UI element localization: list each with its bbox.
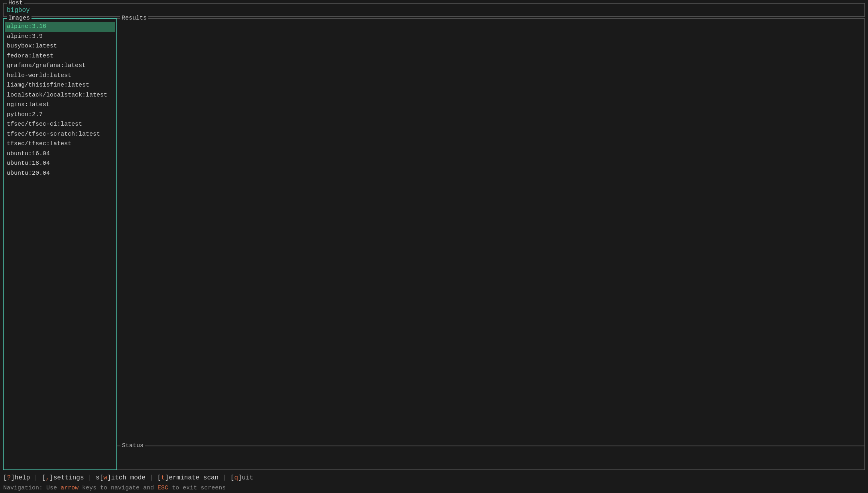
status-panel: Status xyxy=(117,446,865,470)
image-item[interactable]: hello-world:latest xyxy=(5,71,115,81)
shortcut-bracket: ] xyxy=(238,474,242,481)
shortcut-help[interactable]: [?] help xyxy=(3,474,30,481)
image-item[interactable]: fedora:latest xyxy=(5,51,115,61)
nav-esc: ESC xyxy=(157,485,168,491)
footer-shortcuts: [?] help | [,] settings | s[w]itch mode … xyxy=(3,474,865,481)
shortcut-key: ? xyxy=(7,474,11,481)
image-item[interactable]: ubuntu:16.04 xyxy=(5,149,115,159)
main-panels: Images alpine:3.16alpine:3.9busybox:late… xyxy=(3,18,865,470)
nav-space xyxy=(154,485,157,491)
shortcut-quit[interactable]: [q]uit xyxy=(230,474,254,481)
image-item[interactable]: liamg/thisisfine:latest xyxy=(5,81,115,91)
shortcut-separator: | xyxy=(222,474,226,481)
nav-middle: keys to navigate xyxy=(79,485,143,491)
image-item[interactable]: tfsec/tfsec-scratch:latest xyxy=(5,130,115,140)
shortcut-separator: | xyxy=(34,474,38,481)
results-label: Results xyxy=(120,15,148,22)
image-item[interactable]: busybox:latest xyxy=(5,41,115,51)
right-column: Results Status xyxy=(117,18,865,470)
shortcut-bracket: [ xyxy=(157,474,161,481)
nav-and: and xyxy=(143,485,154,491)
shortcut-text: settings xyxy=(53,474,84,481)
shortcut-terminate[interactable]: [t]erminate scan xyxy=(157,474,219,481)
image-item[interactable]: grafana/grafana:latest xyxy=(5,61,115,71)
image-item[interactable]: nginx:latest xyxy=(5,100,115,110)
shortcut-bracket: [ xyxy=(230,474,234,481)
shortcut-bracket: ] xyxy=(107,474,111,481)
shortcut-text: help xyxy=(15,474,30,481)
images-list[interactable]: alpine:3.16alpine:3.9busybox:latestfedor… xyxy=(4,19,116,469)
shortcut-bracket: [ xyxy=(3,474,7,481)
shortcut-bracket: ] xyxy=(49,474,53,481)
image-item[interactable]: ubuntu:20.04 xyxy=(5,169,115,179)
host-value: bigboy xyxy=(7,7,861,14)
image-item[interactable]: alpine:3.9 xyxy=(5,32,115,42)
status-label: Status xyxy=(120,442,145,449)
shortcut-bracket: [ xyxy=(42,474,46,481)
nav-suffix: exit screens xyxy=(179,485,226,491)
nav-space2 xyxy=(168,485,172,491)
shortcut-key: , xyxy=(45,474,49,481)
shortcut-key: t xyxy=(161,474,165,481)
status-content xyxy=(117,446,864,453)
footer-bar: [?] help | [,] settings | s[w]itch mode … xyxy=(0,470,868,493)
image-item[interactable]: tfsec/tfsec-ci:latest xyxy=(5,120,115,130)
results-panel: Results xyxy=(117,18,865,446)
shortcut-text: uit xyxy=(242,474,254,481)
shortcut-text: erminate scan xyxy=(169,474,218,481)
nav-arrow: arrow xyxy=(61,485,79,491)
shortcut-settings[interactable]: [,] settings xyxy=(42,474,84,481)
host-label: Host xyxy=(7,0,24,6)
navigation-hint: Navigation: Use arrow keys to navigate a… xyxy=(3,485,865,491)
shortcut-bracket: ] xyxy=(165,474,169,481)
nav-prefix: Navigation: Use xyxy=(3,485,61,491)
shortcut-separator: | xyxy=(150,474,154,481)
image-item[interactable]: python:2.7 xyxy=(5,110,115,120)
image-item[interactable]: tfsec/tfsec:latest xyxy=(5,139,115,149)
shortcut-bracket: ] xyxy=(11,474,15,481)
image-item[interactable]: ubuntu:18.04 xyxy=(5,159,115,169)
image-item[interactable]: alpine:3.16 xyxy=(5,22,115,32)
shortcut-key: w xyxy=(103,474,107,481)
shortcut-separator: | xyxy=(88,474,92,481)
results-content xyxy=(117,19,864,446)
nav-to: to xyxy=(172,485,179,491)
shortcut-text: itch mode xyxy=(111,474,146,481)
images-label: Images xyxy=(7,15,31,22)
shortcut-key: q xyxy=(234,474,238,481)
shortcut-switch[interactable]: s[w]itch mode xyxy=(96,474,146,481)
image-item[interactable]: localstack/localstack:latest xyxy=(5,91,115,101)
images-panel: Images alpine:3.16alpine:3.9busybox:late… xyxy=(3,18,117,470)
shortcut-bracket: s[ xyxy=(96,474,103,481)
